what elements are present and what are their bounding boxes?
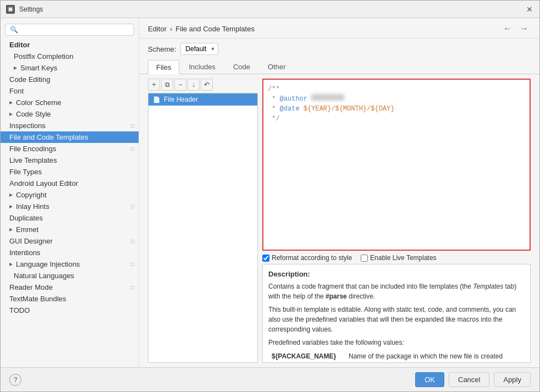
sidebar-item-font[interactable]: Font (1, 85, 139, 97)
search-input[interactable] (20, 26, 129, 34)
titlebar: Settings ✕ (1, 1, 539, 18)
description-para-2: This built-in template is editable. Alon… (268, 305, 525, 334)
sidebar-item-reader-mode[interactable]: Reader Mode □ (1, 281, 139, 293)
language-injections-badge: □ (131, 261, 134, 267)
breadcrumb: Editor › File and Code Templates ← → (139, 18, 539, 38)
sidebar-item-intentions[interactable]: Intentions (1, 247, 139, 258)
tab-other[interactable]: Other (260, 59, 294, 74)
desc-italic-templates: Templates (473, 283, 503, 290)
gui-designer-label: GUI Designer (9, 237, 53, 245)
template-toolbar: + ⧉ − ↓ ↶ (148, 79, 258, 91)
search-icon: 🔍 (10, 26, 18, 34)
breadcrumb-nav: ← → (501, 24, 531, 34)
code-space (307, 94, 311, 104)
inlay-hints-label: Inlay Hints (16, 202, 49, 211)
sidebar-item-copyright[interactable]: Copyright (1, 189, 139, 201)
inspections-badge: □ (131, 123, 134, 129)
template-item-label: File Header (164, 96, 198, 103)
at-author: @author (280, 94, 307, 104)
settings-window: Settings ✕ 🔍 Editor Postfix Completion S… (0, 0, 540, 392)
scheme-label: Scheme: (148, 45, 176, 53)
sidebar-item-natural-languages[interactable]: Natural Languages (1, 270, 139, 281)
tab-files[interactable]: Files (148, 60, 179, 74)
code-text: */ (268, 114, 280, 124)
breadcrumb-separator: › (170, 25, 172, 33)
sidebar-item-file-types[interactable]: File Types (1, 166, 139, 178)
help-button[interactable]: ? (9, 374, 21, 386)
ok-button[interactable]: OK (415, 372, 444, 387)
reader-mode-label: Reader Mode (9, 283, 53, 291)
code-editor[interactable]: /** * @author * @date ${YEAR}/${MONTH}/$… (262, 79, 531, 251)
sidebar-item-postfix-completion[interactable]: Postfix Completion (1, 51, 139, 62)
code-text: * (268, 104, 280, 114)
scheme-select-wrapper: Default Project (180, 43, 218, 55)
sidebar-item-textmate-bundles[interactable]: TextMate Bundles (1, 293, 139, 305)
inlay-hints-badge: □ (131, 203, 134, 209)
add-template-button[interactable]: + (148, 79, 160, 91)
search-box[interactable]: 🔍 (5, 24, 134, 36)
file-encodings-badge: □ (131, 146, 134, 152)
editor-area: + ⧉ − ↓ ↶ 📄 File Header (139, 74, 539, 367)
live-templates-checkbox[interactable] (361, 255, 368, 262)
gui-designer-badge: □ (131, 238, 134, 244)
options-row: Reformat according to style Enable Live … (262, 251, 531, 264)
sidebar-item-language-injections[interactable]: Language Injections □ (1, 258, 139, 270)
var-package-desc: Name of the package in which the new fil… (345, 351, 525, 362)
window-title: Settings (19, 5, 521, 13)
sidebar-item-duplicates[interactable]: Duplicates (1, 212, 139, 224)
sidebar-item-todo[interactable]: TODO (1, 305, 139, 316)
live-templates-checkbox-label[interactable]: Enable Live Templates (361, 254, 437, 262)
description-area: Description: Contains a code fragment th… (262, 264, 531, 363)
nav-back-button[interactable]: ← (501, 24, 514, 34)
sidebar-item-emmet[interactable]: Emmet (1, 224, 139, 235)
move-down-button[interactable]: ↓ (188, 79, 200, 91)
table-row-package: ${PACKAGE_NAME} Name of the package in w… (268, 351, 525, 362)
sidebar-item-android-layout-editor[interactable]: Android Layout Editor (1, 178, 139, 189)
var-package-name: ${PACKAGE_NAME} (268, 351, 345, 362)
copy-template-button[interactable]: ⧉ (161, 79, 173, 91)
language-injections-label: Language Injections (16, 260, 80, 268)
sidebar: 🔍 Editor Postfix Completion Smart Keys C… (1, 18, 139, 367)
nav-forward-button[interactable]: → (517, 24, 531, 34)
sidebar-item-inspections[interactable]: Inspections □ (1, 120, 139, 131)
tab-includes[interactable]: Includes (180, 59, 223, 74)
sidebar-item-inlay-hints[interactable]: Inlay Hints □ (1, 201, 139, 212)
breadcrumb-editor: Editor (148, 25, 167, 33)
reformat-checkbox[interactable] (262, 255, 269, 262)
sidebar-item-file-and-code-templates[interactable]: File and Code Templates (1, 131, 139, 143)
close-button[interactable]: ✕ (525, 5, 534, 14)
sidebar-item-color-scheme[interactable]: Color Scheme (1, 97, 139, 108)
live-templates-label: Enable Live Templates (370, 254, 437, 262)
tab-code[interactable]: Code (225, 59, 258, 74)
code-line-4: */ (268, 114, 525, 124)
sidebar-item-code-style[interactable]: Code Style (1, 108, 139, 120)
code-line-1: /** (268, 84, 525, 94)
sidebar-item-gui-designer[interactable]: GUI Designer □ (1, 235, 139, 247)
template-list-panel: + ⧉ − ↓ ↶ 📄 File Header (148, 79, 258, 363)
sidebar-item-live-templates[interactable]: Live Templates (1, 154, 139, 166)
description-para-1: Contains a code fragment that can be inc… (268, 281, 525, 301)
table-row-user: ${USER} Current user system login name (268, 362, 525, 363)
code-text: * (268, 94, 280, 104)
code-line-2: * @author (268, 94, 525, 104)
template-item-file-header[interactable]: 📄 File Header (148, 93, 257, 106)
revert-button[interactable]: ↶ (201, 79, 213, 91)
sidebar-item-code-editing[interactable]: Code Editing (1, 74, 139, 85)
tabs-row: Files Includes Code Other (139, 59, 539, 74)
scheme-select[interactable]: Default Project (180, 43, 218, 55)
reformat-checkbox-label[interactable]: Reformat according to style (262, 254, 352, 262)
apply-button[interactable]: Apply (494, 372, 531, 387)
description-table: ${PACKAGE_NAME} Name of the package in w… (268, 351, 525, 363)
code-editor-panel: /** * @author * @date ${YEAR}/${MONTH}/$… (262, 79, 531, 363)
sidebar-item-file-encodings[interactable]: File Encodings □ (1, 143, 139, 154)
code-line-3: * @date ${YEAR}/${MONTH}/${DAY} (268, 104, 525, 114)
bottom-bar: ? OK Cancel Apply (1, 367, 539, 391)
main-panel: Editor › File and Code Templates ← → Sch… (139, 18, 539, 367)
var-user-name: ${USER} (268, 362, 345, 363)
sidebar-item-smart-keys[interactable]: Smart Keys (1, 62, 139, 74)
cancel-button[interactable]: Cancel (449, 372, 489, 387)
svg-rect-1 (9, 8, 12, 11)
at-date: @date (280, 104, 300, 114)
file-header-icon: 📄 (153, 96, 161, 103)
remove-template-button[interactable]: − (174, 79, 186, 91)
